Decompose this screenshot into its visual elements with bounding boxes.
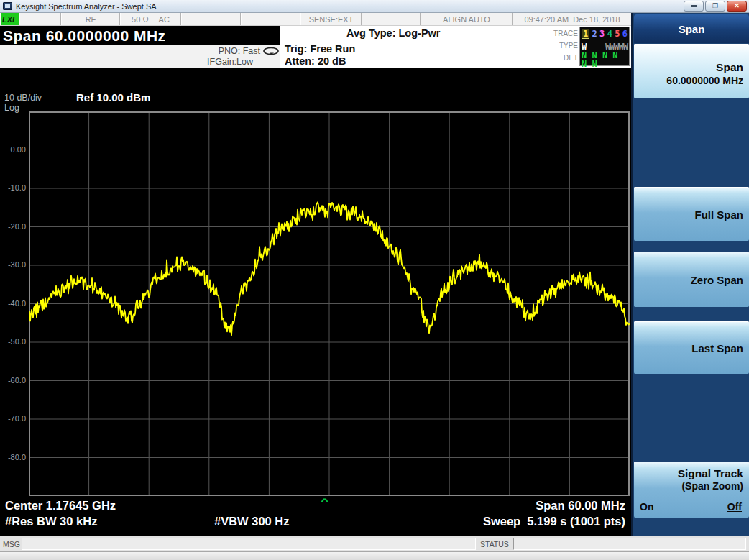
softkey-zero-span-label: Zero Span xyxy=(691,273,743,285)
time-value: 09:47:20 AM xyxy=(524,15,569,24)
measbar-blank xyxy=(241,13,300,25)
titlebar: Keysight Spectrum Analyzer - Swept SA ❐ … xyxy=(0,0,749,13)
span-zoom-label: (Span Zoom) xyxy=(681,480,743,492)
signal-track-off-option[interactable]: Off xyxy=(727,501,742,513)
measbar-blank xyxy=(362,13,421,25)
trace-det-values: N N N N N N xyxy=(582,51,628,68)
trace-legend-labels: TRACE TYPE DET xyxy=(553,27,578,64)
date-value: Dec 18, 2018 xyxy=(573,15,620,24)
menu-title: Span xyxy=(634,14,749,43)
trace-6-indicator: 6 xyxy=(622,29,628,38)
continuous-sweep-icon xyxy=(262,47,280,56)
softkey-span-label: Span xyxy=(716,61,743,74)
trace-numbers-row: 123456 xyxy=(582,27,628,40)
type-label: TYPE xyxy=(553,40,578,52)
msg-label: MSG xyxy=(3,540,20,548)
impedance-value: 50 Ω xyxy=(132,15,149,24)
y-axis-tick-label: -20.0 xyxy=(1,222,26,231)
softkey-span[interactable]: Span 60.0000000 MHz xyxy=(634,44,749,98)
y-axis-tick-label: -10.0 xyxy=(1,183,26,192)
align-indicator: ALIGN AUTO xyxy=(421,13,513,25)
center-frequency-marker: ^ xyxy=(320,497,329,506)
trace-5-indicator: 5 xyxy=(615,29,620,38)
y-axis-tick-label: -60.0 xyxy=(1,376,26,385)
trace-det-row: N N N N N N xyxy=(582,53,628,66)
measbar-blank xyxy=(181,13,241,25)
restore-button[interactable]: ❐ xyxy=(705,1,725,12)
msg-field xyxy=(22,538,476,550)
y-axis-tick-label: -40.0 xyxy=(1,299,26,308)
rf-indicator: RF xyxy=(61,13,120,25)
softkey-menu: Span Span 60.0000000 MHz Full Span Zero … xyxy=(631,13,749,536)
input-coupling-indicator: 50 Ω AC xyxy=(120,13,181,25)
signal-track-label: Signal Track xyxy=(678,467,743,480)
spectrum-plot xyxy=(29,111,630,496)
pno-block: PNO: Fast IFGain:Low xyxy=(165,45,280,68)
trace-3-indicator: 3 xyxy=(599,29,605,38)
center-frequency-annotation: Center 1.17645 GHz xyxy=(5,499,116,513)
datetime-indicator: 09:47:20 AM Dec 18, 2018 xyxy=(513,13,631,25)
trace-label: TRACE xyxy=(553,27,578,40)
span-annotation: Span 60.00 MHz xyxy=(536,499,625,513)
display-area: 10 dB/div Log Ref 10.00 dBm 0.00-10.0-20… xyxy=(0,68,631,536)
measbar-blank xyxy=(19,13,61,25)
softkey-span-value: 60.0000000 MHz xyxy=(666,75,743,86)
avg-type-setting: Avg Type: Log-Pwr xyxy=(346,27,441,39)
vbw-annotation: #VBW 300 Hz xyxy=(214,515,290,528)
ref-level-label: Ref 10.00 dBm xyxy=(76,91,150,104)
status-field xyxy=(513,538,746,550)
status-bar: MSG STATUS xyxy=(0,536,749,551)
ifgain-setting: IFGain:Low xyxy=(207,57,253,67)
sense-indicator: SENSE:EXT xyxy=(300,13,362,25)
window-bottom-edge xyxy=(0,551,749,560)
softkey-zero-span[interactable]: Zero Span xyxy=(634,252,749,307)
trigger-setting: Trig: Free Run xyxy=(285,43,355,55)
close-button[interactable]: ✕ xyxy=(727,1,747,12)
header-band: Span 60.0000000 MHz PNO: Fast IFGain:Low… xyxy=(0,26,631,68)
measurement-bar: LXI RF 50 Ω AC SENSE:EXT ALIGN AUTO 09:4… xyxy=(0,13,631,26)
trace-legend: 123456 W WWWWW N N N N N N xyxy=(579,27,630,66)
softkey-last-span-label: Last Span xyxy=(691,341,743,354)
res-bw-annotation: #Res BW 30 kHz xyxy=(5,515,97,528)
y-axis-tick-label: -80.0 xyxy=(1,453,26,462)
softkey-full-span[interactable]: Full Span xyxy=(634,187,749,241)
softkey-full-span-label: Full Span xyxy=(695,208,744,220)
y-axis-tick-label: -70.0 xyxy=(1,414,26,423)
attenuation-setting: Atten: 20 dB xyxy=(285,55,346,67)
softkey-signal-track[interactable]: Signal Track (Span Zoom) On Off xyxy=(634,462,749,518)
y-axis-tick-label: -50.0 xyxy=(1,337,26,346)
sweep-annotation: Sweep 5.199 s (1001 pts) xyxy=(483,515,625,528)
det-label: DET xyxy=(553,52,578,64)
trace-4-indicator: 4 xyxy=(607,29,612,38)
y-axis-tick-label: -30.0 xyxy=(1,260,26,269)
pno-setting: PNO: Fast xyxy=(219,46,260,56)
window-title: Keysight Spectrum Analyzer - Swept SA xyxy=(16,2,157,11)
softkey-last-span[interactable]: Last Span xyxy=(634,321,749,374)
y-axis-tick-label: 0.00 xyxy=(1,145,26,154)
status-label: STATUS xyxy=(480,540,509,548)
trace-2-indicator: 2 xyxy=(592,29,597,38)
lxi-indicator: LXI xyxy=(0,13,19,25)
minimize-button[interactable] xyxy=(684,1,704,12)
application-window: Keysight Spectrum Analyzer - Swept SA ❐ … xyxy=(0,0,749,560)
trace-1-indicator: 1 xyxy=(582,29,589,39)
signal-track-on-option[interactable]: On xyxy=(640,501,653,513)
scale-type-label: Log xyxy=(4,103,19,113)
app-icon xyxy=(3,2,12,10)
scale-per-div-label: 10 dB/div xyxy=(4,93,42,103)
span-readout: Span 60.0000000 MHz xyxy=(0,26,280,45)
coupling-value: AC xyxy=(159,15,170,24)
